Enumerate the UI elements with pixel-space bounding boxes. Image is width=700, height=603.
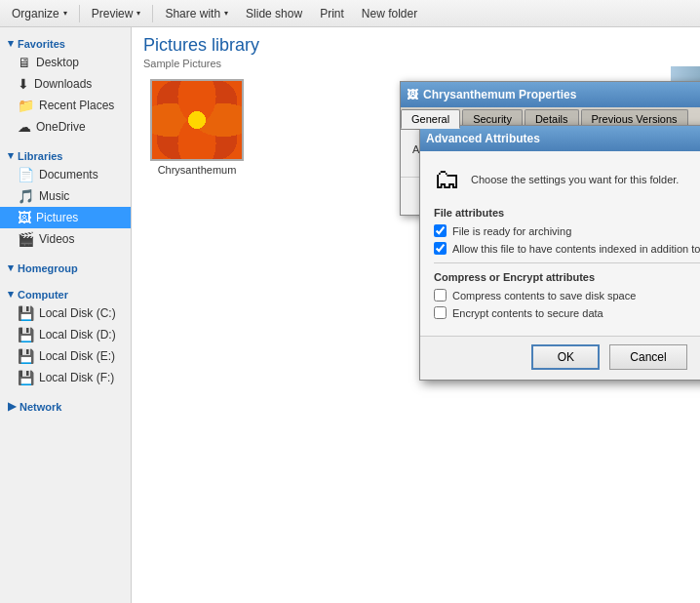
advanced-header-text: Choose the settings you want for this fo…	[471, 174, 679, 185]
compress-encrypt-title: Compress or Encrypt attributes	[434, 271, 700, 283]
sidebar-item-recentplaces[interactable]: 📁 Recent Places	[0, 95, 131, 116]
advanced-cancel-button[interactable]: Cancel	[609, 344, 686, 370]
sidebar-item-disk-c[interactable]: 💾 Local Disk (C:)	[0, 302, 131, 324]
advanced-footer: OK Cancel	[420, 336, 700, 380]
sidebar-item-disk-d[interactable]: 💾 Local Disk (D:)	[0, 324, 131, 345]
sidebar-network-header[interactable]: ▶ Network	[0, 394, 131, 415]
separator-2	[152, 5, 153, 22]
advanced-attributes-dialog: Advanced Attributes ✕ 🗂 Choose the setti…	[419, 125, 700, 381]
separator-1	[79, 5, 80, 22]
archive-row: File is ready for archiving	[434, 224, 700, 237]
advanced-header-row: 🗂 Choose the settings you want for this …	[434, 163, 700, 195]
disk-e-icon: 💾	[18, 348, 34, 364]
share-chevron-icon: ▾	[224, 9, 228, 18]
share-label: Share with	[165, 7, 220, 20]
organize-chevron-icon: ▾	[63, 9, 67, 18]
network-label: Network	[19, 401, 61, 413]
disk-e-label: Local Disk (E:)	[39, 349, 115, 363]
index-checkbox[interactable]	[434, 242, 447, 255]
videos-label: Videos	[39, 232, 74, 246]
organize-label: Organize	[12, 7, 59, 20]
libraries-chevron-icon: ▾	[8, 149, 14, 162]
preview-label: Preview	[92, 7, 134, 20]
content-area: Pictures library Sample Pictures Chrysan…	[132, 27, 700, 603]
folder-icon-large: 🗂	[434, 163, 461, 195]
disk-f-label: Local Disk (F:)	[39, 371, 114, 384]
share-button[interactable]: Share with ▾	[157, 3, 236, 24]
pictures-label: Pictures	[36, 211, 78, 224]
sidebar-item-disk-f[interactable]: 💾 Local Disk (F:)	[0, 367, 131, 388]
preview-chevron-icon: ▾	[136, 9, 140, 18]
slideshow-button[interactable]: Slide show	[238, 3, 310, 24]
sidebar-item-pictures[interactable]: 🖼 Pictures	[0, 207, 131, 228]
compress-checkbox[interactable]	[434, 289, 447, 302]
favorites-chevron-icon: ▾	[8, 37, 14, 50]
computer-label: Computer	[18, 289, 68, 301]
properties-dialog-icon: 🖼	[407, 88, 418, 101]
properties-titlebar: 🖼 Chrysanthemum Properties ✕	[401, 82, 700, 107]
archive-checkbox[interactable]	[434, 224, 447, 237]
disk-d-label: Local Disk (D:)	[39, 328, 116, 342]
slideshow-label: Slide show	[246, 7, 302, 20]
sidebar-item-disk-e[interactable]: 💾 Local Disk (E:)	[0, 345, 131, 367]
organize-button[interactable]: Organize ▾	[4, 3, 75, 24]
documents-icon: 📄	[18, 167, 34, 182]
sidebar-item-desktop[interactable]: 🖥 Desktop	[0, 52, 131, 73]
file-item-chrysanthemum[interactable]: Chrysanthemum	[143, 79, 251, 176]
encrypt-row: Encrypt contents to secure data	[434, 306, 700, 319]
thumbnail	[150, 79, 244, 161]
advanced-titlebar: Advanced Attributes ✕	[420, 126, 700, 151]
encrypt-checkbox[interactable]	[434, 306, 447, 319]
preview-button[interactable]: Preview ▾	[84, 3, 149, 24]
sidebar-item-videos[interactable]: 🎬 Videos	[0, 228, 131, 250]
section-divider	[434, 262, 700, 263]
sidebar: ▾ Favorites 🖥 Desktop ⬇ Downloads 📁 Rece…	[0, 27, 132, 603]
file-name-label: Chrysanthemum	[158, 164, 237, 176]
index-label: Allow this file to have contents indexed…	[452, 243, 700, 255]
music-icon: 🎵	[18, 188, 34, 204]
documents-label: Documents	[39, 168, 98, 181]
downloads-label: Downloads	[34, 77, 92, 91]
disk-f-icon: 💾	[18, 370, 34, 385]
desktop-label: Desktop	[36, 56, 79, 69]
computer-chevron-icon: ▾	[8, 288, 14, 301]
tab-general[interactable]: General	[401, 109, 460, 129]
advanced-title: Advanced Attributes	[426, 132, 540, 145]
content-subtitle: Sample Pictures	[143, 58, 688, 69]
sidebar-item-documents[interactable]: 📄 Documents	[0, 164, 131, 185]
new-folder-button[interactable]: New folder	[354, 3, 425, 24]
sidebar-item-music[interactable]: 🎵 Music	[0, 185, 131, 207]
disk-c-icon: 💾	[18, 305, 34, 321]
homegroup-label: Homegroup	[18, 262, 78, 274]
pictures-icon: 🖼	[18, 210, 31, 225]
print-button[interactable]: Print	[312, 3, 352, 24]
properties-title: 🖼 Chrysanthemum Properties	[407, 88, 576, 101]
flower-image	[152, 81, 242, 159]
downloads-icon: ⬇	[18, 76, 29, 92]
page-title: Pictures library	[143, 35, 688, 56]
archive-label: File is ready for archiving	[452, 225, 571, 237]
advanced-body: 🗂 Choose the settings you want for this …	[420, 151, 700, 336]
main-layout: ▾ Favorites 🖥 Desktop ⬇ Downloads 📁 Rece…	[0, 27, 700, 603]
sidebar-favorites-header[interactable]: ▾ Favorites	[0, 31, 131, 52]
file-attributes-title: File attributes	[434, 207, 700, 219]
new-folder-label: New folder	[362, 7, 417, 20]
onedrive-icon: ☁	[18, 119, 31, 135]
advanced-ok-button[interactable]: OK	[531, 344, 600, 370]
onedrive-label: OneDrive	[36, 120, 86, 134]
sidebar-homegroup-header[interactable]: ▾ Homegroup	[0, 256, 131, 276]
favorites-label: Favorites	[18, 38, 65, 50]
sidebar-item-onedrive[interactable]: ☁ OneDrive	[0, 116, 131, 138]
libraries-label: Libraries	[18, 150, 62, 162]
network-chevron-icon: ▶	[8, 400, 16, 413]
compress-label: Compress contents to save disk space	[452, 290, 636, 302]
sidebar-item-downloads[interactable]: ⬇ Downloads	[0, 73, 131, 95]
desktop-icon: 🖥	[18, 55, 31, 70]
music-label: Music	[39, 189, 69, 203]
toolbar: Organize ▾ Preview ▾ Share with ▾ Slide …	[0, 0, 700, 27]
sidebar-libraries-header[interactable]: ▾ Libraries	[0, 143, 131, 164]
recent-icon: 📁	[18, 98, 34, 113]
index-row: Allow this file to have contents indexed…	[434, 242, 700, 255]
recentplaces-label: Recent Places	[39, 99, 114, 112]
sidebar-computer-header[interactable]: ▾ Computer	[0, 282, 131, 302]
